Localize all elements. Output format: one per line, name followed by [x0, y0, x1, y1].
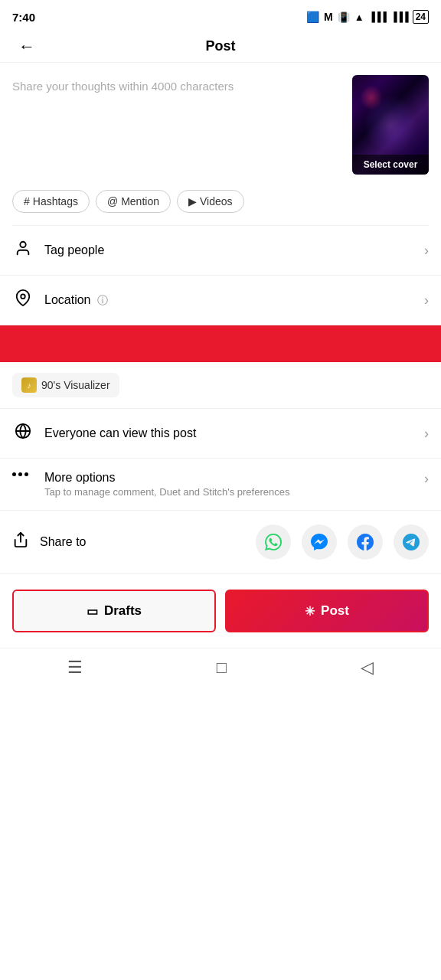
- videos-chip[interactable]: ▶ Videos: [177, 190, 244, 213]
- app-icon: 🟦: [306, 11, 319, 23]
- caption-area: Share your thoughts within 4000 characte…: [0, 63, 441, 184]
- chevron-right-icon-4: ›: [424, 471, 429, 487]
- drafts-button[interactable]: ▭ Drafts: [12, 590, 216, 632]
- chevron-right-icon-3: ›: [424, 426, 429, 442]
- hashtags-chip[interactable]: # Hashtags: [12, 190, 90, 213]
- location-label: Location ⓘ: [44, 293, 424, 308]
- home-nav-icon[interactable]: □: [217, 658, 227, 678]
- page-title: Post: [205, 38, 235, 54]
- more-options-item[interactable]: More options Tap to manage comment, Duet…: [0, 459, 441, 511]
- back-button[interactable]: ←: [12, 34, 41, 60]
- more-options-icon: [12, 472, 34, 476]
- more-options-label: More options: [44, 471, 424, 485]
- telegram-button[interactable]: [394, 524, 429, 560]
- spark-icon: ✳: [305, 604, 315, 619]
- cover-thumbnail[interactable]: Select cover: [352, 75, 429, 175]
- tag-people-label: Tag people: [44, 243, 424, 257]
- hashtags-label: Hashtags: [33, 195, 78, 207]
- signal2-icon: ▐▐▐: [390, 11, 408, 22]
- drafts-label: Drafts: [104, 603, 142, 619]
- battery-icon: 24: [413, 10, 429, 24]
- whatsapp-button[interactable]: [256, 524, 291, 560]
- content-area: Share your thoughts within 4000 characte…: [0, 63, 441, 645]
- svg-point-1: [21, 294, 25, 299]
- info-icon: ⓘ: [97, 294, 108, 306]
- person-icon: [12, 240, 34, 261]
- red-highlight-section: [0, 325, 441, 362]
- visualizer-section: ♪ 90's Visualizer: [0, 362, 441, 409]
- bottom-actions: ▭ Drafts ✳ Post: [0, 577, 441, 645]
- status-time: 7:40: [12, 11, 35, 24]
- wifi-icon: ▲: [354, 11, 364, 23]
- share-icons-group: [256, 524, 429, 560]
- view-privacy-item[interactable]: Everyone can view this post ›: [0, 409, 441, 459]
- facebook-button[interactable]: [348, 524, 383, 560]
- caption-placeholder[interactable]: Share your thoughts within 4000 characte…: [12, 75, 343, 96]
- vibrate-icon: 📳: [338, 11, 350, 23]
- mention-label: Mention: [121, 195, 159, 207]
- location-icon: [12, 289, 34, 311]
- header: ← Post: [0, 31, 441, 63]
- status-icons: 🟦 M 📳 ▲ ▐▐▐ ▐▐▐ 24: [306, 10, 429, 24]
- more-options-sublabel: Tap to manage comment, Duet and Stitch's…: [44, 486, 424, 498]
- play-icon: ▶: [188, 195, 197, 207]
- signal1-icon: ▐▐▐: [369, 11, 387, 22]
- chevron-right-icon-2: ›: [424, 292, 429, 309]
- drafts-icon: ▭: [87, 604, 98, 619]
- videos-label: Videos: [200, 195, 233, 207]
- mention-chip[interactable]: @ Mention: [96, 190, 171, 213]
- globe-icon: [12, 423, 34, 444]
- bottom-nav: ☰ □ ◁: [0, 648, 441, 690]
- select-cover-label[interactable]: Select cover: [352, 155, 429, 175]
- mail-icon: M: [324, 11, 333, 23]
- visualizer-icon: ♪: [21, 377, 37, 393]
- view-privacy-label: Everyone can view this post: [44, 426, 424, 440]
- messenger-button[interactable]: [302, 524, 337, 560]
- visualizer-label: 90's Visualizer: [41, 379, 110, 391]
- mention-icon: @: [107, 195, 118, 207]
- visualizer-badge[interactable]: ♪ 90's Visualizer: [12, 373, 119, 397]
- back-nav-icon[interactable]: ◁: [361, 658, 374, 678]
- post-button[interactable]: ✳ Post: [225, 590, 429, 632]
- tag-chips: # Hashtags @ Mention ▶ Videos: [0, 184, 441, 225]
- hashtag-icon: #: [24, 195, 30, 207]
- location-item[interactable]: Location ⓘ ›: [0, 276, 441, 325]
- share-icon: [12, 531, 29, 553]
- share-to-label: Share to: [40, 535, 86, 549]
- svg-point-0: [20, 242, 25, 247]
- status-bar: 7:40 🟦 M 📳 ▲ ▐▐▐ ▐▐▐ 24: [0, 0, 441, 31]
- menu-nav-icon[interactable]: ☰: [67, 658, 83, 678]
- chevron-right-icon: ›: [424, 243, 429, 259]
- post-label: Post: [321, 603, 349, 619]
- share-section: Share to: [0, 511, 441, 574]
- tag-people-item[interactable]: Tag people ›: [0, 226, 441, 276]
- more-options-content: More options Tap to manage comment, Duet…: [44, 471, 424, 498]
